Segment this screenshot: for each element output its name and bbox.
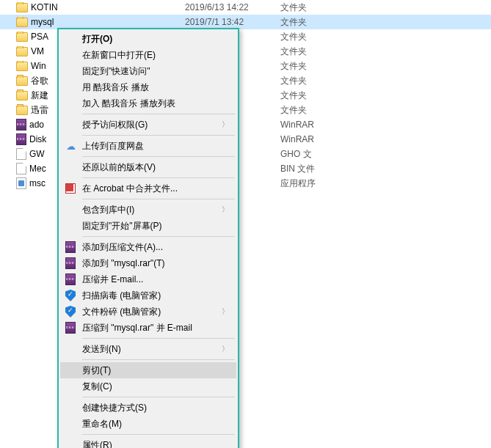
folder-icon [16, 76, 28, 86]
file-name: 新建 [31, 89, 48, 102]
menu-separator [82, 236, 235, 237]
file-name: 迅雷 [31, 104, 48, 117]
folder-icon [16, 106, 28, 115]
file-name: GW [29, 149, 45, 159]
menu-add-archive[interactable]: 添加到压缩文件(A)... [60, 239, 236, 255]
file-type: 文件夹 [280, 1, 339, 14]
menu-send-to[interactable]: 发送到(N)〉 [60, 341, 236, 357]
menu-scan-virus[interactable]: 扫描病毒 (电脑管家) [60, 287, 236, 304]
folder-icon [16, 62, 28, 71]
menu-separator [82, 135, 235, 136]
file-row[interactable]: KOTIN2019/6/13 14:22文件夹 [0, 0, 491, 15]
menu-compress-mysql-email[interactable]: 压缩到 "mysql.rar" 并 E-mail [60, 320, 236, 336]
submenu-arrow-icon: 〉 [222, 120, 229, 130]
file-type: 文件夹 [280, 60, 339, 73]
file-date: 2019/7/1 13:42 [185, 17, 280, 27]
file-type: 文件夹 [280, 16, 339, 29]
file-type: GHO 文 [280, 148, 339, 161]
menu-restore-previous[interactable]: 还原以前的版本(V) [60, 159, 236, 175]
context-menu: 打开(O) 在新窗口中打开(E) 固定到"快速访问" 用 酷我音乐 播放 加入 … [57, 28, 239, 448]
rar-icon [65, 257, 76, 269]
menu-create-shortcut[interactable]: 创建快捷方式(S) [60, 400, 236, 416]
file-name: 谷歌 [31, 75, 48, 87]
submenu-arrow-icon: 〉 [222, 344, 229, 354]
rar-icon [16, 119, 26, 131]
file-icon [16, 163, 26, 175]
file-name: msc [29, 178, 46, 188]
file-icon [16, 148, 26, 160]
menu-kuwo-play[interactable]: 用 酷我音乐 播放 [60, 79, 236, 95]
folder-icon [16, 18, 28, 27]
menu-separator [82, 338, 235, 339]
menu-open-new-window[interactable]: 在新窗口中打开(E) [60, 47, 236, 63]
menu-copy[interactable]: 复制(C) [60, 378, 236, 394]
file-name: ado [29, 120, 44, 130]
file-type: BIN 文件 [280, 163, 339, 175]
file-type: 文件夹 [280, 45, 339, 58]
submenu-arrow-icon: 〉 [222, 205, 229, 215]
file-type: 文件夹 [280, 104, 339, 117]
cloud-icon: ☁ [65, 140, 76, 152]
folder-icon [16, 47, 28, 56]
menu-include-library[interactable]: 包含到库中(I)〉 [60, 202, 236, 218]
file-date: 2019/6/13 14:22 [185, 2, 280, 12]
menu-pin-quick-access[interactable]: 固定到"快速访问" [60, 63, 236, 79]
shield-icon [65, 306, 76, 317]
menu-add-mysql-rar[interactable]: 添加到 "mysql.rar"(T) [60, 255, 236, 271]
menu-acrobat-combine[interactable]: 在 Acrobat 中合并文件... [60, 180, 236, 197]
pdf-icon [65, 183, 76, 194]
menu-compress-email[interactable]: 压缩并 E-mail... [60, 271, 236, 287]
file-row[interactable]: mysql2019/7/1 13:42文件夹 [0, 15, 491, 29]
submenu-arrow-icon: 〉 [222, 306, 229, 317]
menu-separator [82, 199, 235, 199]
menu-separator [82, 156, 235, 157]
folder-icon [16, 91, 28, 100]
file-name: Disk [29, 134, 46, 144]
file-name: PSA [31, 32, 48, 42]
exe-icon [16, 177, 26, 189]
menu-file-shred[interactable]: 文件粉碎 (电脑管家)〉 [60, 304, 236, 320]
folder-icon [16, 3, 28, 12]
menu-grant-access[interactable]: 授予访问权限(G)〉 [60, 117, 236, 133]
menu-cut[interactable]: 剪切(T) [60, 362, 236, 378]
menu-separator [82, 397, 235, 397]
file-name: KOTIN [31, 2, 58, 12]
menu-open[interactable]: 打开(O) [60, 31, 236, 47]
rar-icon [16, 133, 26, 145]
file-type: 应用程序 [280, 177, 339, 190]
menu-rename[interactable]: 重命名(M) [60, 416, 236, 432]
menu-kuwo-add-playlist[interactable]: 加入 酷我音乐 播放列表 [60, 95, 236, 111]
file-type: 文件夹 [280, 75, 339, 87]
rar-icon [65, 322, 76, 334]
menu-separator [82, 359, 235, 360]
file-type: WinRAR [280, 120, 339, 130]
menu-properties[interactable]: 属性(R) [60, 437, 236, 448]
menu-separator [82, 177, 235, 178]
file-type: 文件夹 [280, 89, 339, 102]
file-type: WinRAR [280, 134, 339, 144]
file-name: VM [31, 46, 44, 56]
file-name: Win [31, 61, 46, 71]
rar-icon [65, 273, 76, 285]
folder-icon [16, 32, 28, 42]
menu-upload-baidu[interactable]: ☁上传到百度网盘 [60, 138, 236, 154]
menu-separator [82, 114, 235, 114]
menu-separator [82, 434, 235, 435]
rar-icon [65, 241, 76, 253]
shield-icon [65, 290, 76, 301]
menu-pin-start[interactable]: 固定到"开始"屏幕(P) [60, 218, 236, 234]
file-name: mysql [31, 17, 54, 27]
file-name: Mec [29, 164, 46, 174]
file-type: 文件夹 [280, 31, 339, 43]
